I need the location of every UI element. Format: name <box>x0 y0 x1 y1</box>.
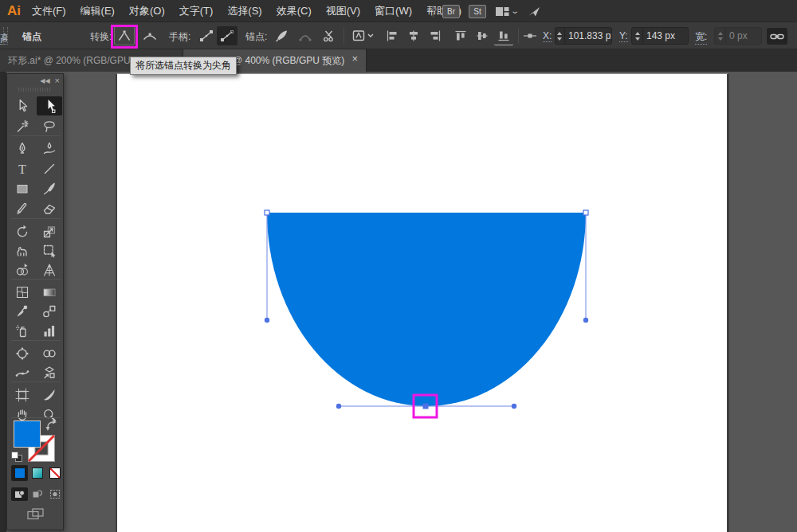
tool-shape-builder[interactable] <box>10 260 35 280</box>
svg-text:T: T <box>18 162 26 176</box>
show-handles-button[interactable] <box>196 26 217 45</box>
draw-normal-button[interactable] <box>11 487 28 501</box>
share-rocket-icon[interactable] <box>527 5 541 18</box>
tool-pen[interactable] <box>10 139 35 158</box>
draw-normal-icon <box>14 489 26 499</box>
close-tab-icon[interactable]: × <box>351 53 358 64</box>
tool-rotate[interactable] <box>10 222 35 241</box>
x-field[interactable]: 101.833 px <box>555 27 612 45</box>
tool-artboard[interactable] <box>10 385 35 405</box>
draw-inside-button[interactable] <box>46 487 63 501</box>
tool-width[interactable] <box>10 363 35 382</box>
artboard[interactable] <box>116 73 729 532</box>
tool-magic-wand[interactable] <box>10 117 35 136</box>
tool-gradient[interactable] <box>37 283 62 302</box>
perspective-grid-tool-icon <box>41 262 57 278</box>
swap-fill-stroke-icon[interactable] <box>45 420 58 431</box>
tool-puppet-warp[interactable] <box>10 241 35 260</box>
gradient-button[interactable] <box>29 465 45 481</box>
tool-curvature[interactable] <box>37 139 62 158</box>
tool-live-paint-bucket[interactable] <box>10 344 35 363</box>
x-field-label[interactable]: X: <box>543 30 552 42</box>
y-value[interactable]: 143 px <box>643 28 678 44</box>
controlbar-divider-1 <box>344 28 344 44</box>
tool-direct-selection[interactable] <box>37 96 62 115</box>
y-field-label[interactable]: Y: <box>619 30 628 42</box>
height-field-label[interactable]: 高 <box>0 33 7 45</box>
tool-selection[interactable] <box>10 96 35 115</box>
align-v-center-icon <box>476 29 489 42</box>
change-screen-mode-button[interactable] <box>26 507 45 521</box>
bridge-badge[interactable]: Br <box>442 5 460 18</box>
menu-select[interactable]: 选择(S) <box>227 4 261 18</box>
app-logo[interactable]: Ai <box>7 3 21 19</box>
blend-tool-icon <box>41 303 57 319</box>
align-top-button[interactable] <box>451 26 470 45</box>
stock-badge[interactable]: St <box>469 5 486 18</box>
tool-slice[interactable] <box>37 385 62 405</box>
tool-paintbrush[interactable] <box>37 179 62 198</box>
align-right-button[interactable] <box>426 26 445 45</box>
hide-handles-button[interactable] <box>217 26 238 45</box>
workspace-switcher-button[interactable]: ⌄ <box>495 6 518 17</box>
width-field-label[interactable]: 宽: <box>695 30 707 45</box>
free-transform-tool-icon <box>41 243 57 259</box>
tool-eraser[interactable] <box>37 199 62 218</box>
convert-to-smooth-button[interactable] <box>139 26 160 45</box>
handles-label: 手柄: <box>169 30 190 44</box>
close-panel-icon[interactable]: × <box>55 76 60 85</box>
curvature-tool-icon <box>41 141 57 157</box>
menu-type[interactable]: 文字(T) <box>179 4 214 18</box>
color-button[interactable] <box>11 465 28 481</box>
align-h-center-button[interactable] <box>404 26 423 45</box>
y-stepper[interactable] <box>632 28 643 44</box>
align-v-center-button[interactable] <box>473 26 492 45</box>
workspace: ◀◀ × <box>0 72 797 532</box>
menu-window[interactable]: 窗口(W) <box>375 4 412 18</box>
tool-eyedropper[interactable] <box>10 302 35 321</box>
menu-view[interactable]: 视图(V) <box>326 4 360 18</box>
tool-type[interactable]: T <box>10 159 35 178</box>
tool-mesh[interactable] <box>10 283 35 302</box>
menu-edit[interactable]: 编辑(E) <box>80 4 115 18</box>
tool-rectangle[interactable] <box>10 179 35 198</box>
tool-line-segment[interactable] <box>37 159 62 178</box>
draw-behind-button[interactable] <box>29 487 45 501</box>
document-tab-bar: 环形.ai* @ 200% (RGB/GPU 预览) @ 400% (RGB/G… <box>0 49 797 72</box>
tool-perspective-grid[interactable] <box>37 260 62 280</box>
controlbar-divider-2 <box>518 28 519 44</box>
tool-live-paint-selection[interactable] <box>37 344 62 363</box>
cut-path-button[interactable] <box>319 26 340 45</box>
collapse-panel-icon[interactable]: ◀◀ <box>40 77 49 84</box>
rotate-tool-icon <box>14 224 30 240</box>
tool-column-graph[interactable] <box>37 322 62 341</box>
menu-object[interactable]: 对象(O) <box>129 4 165 18</box>
menu-effect[interactable]: 效果(C) <box>277 4 312 18</box>
tool-free-transform[interactable] <box>37 241 62 260</box>
remove-anchor-button[interactable] <box>271 26 292 45</box>
constrain-proportions-button[interactable] <box>767 28 787 45</box>
dock-strip <box>0 72 6 532</box>
reference-point-icon <box>523 31 537 41</box>
reference-point-button[interactable] <box>521 26 539 45</box>
menu-file[interactable]: 文件(F) <box>32 4 66 18</box>
tool-perspective-selection[interactable] <box>37 363 62 382</box>
tool-symbol-sprayer[interactable] <box>10 322 35 341</box>
none-button[interactable] <box>46 465 63 481</box>
default-fill-stroke-icon[interactable] <box>11 452 24 463</box>
fill-swatch[interactable] <box>14 421 41 448</box>
tool-pencil[interactable] <box>10 199 35 218</box>
y-field[interactable]: 143 px <box>631 27 689 45</box>
x-value[interactable]: 101.833 px <box>565 28 611 44</box>
align-bottom-button[interactable] <box>494 26 513 45</box>
x-stepper[interactable] <box>556 28 565 44</box>
tool-scale[interactable] <box>37 222 62 241</box>
panel-grip[interactable] <box>18 88 52 92</box>
connect-endpoints-button[interactable] <box>295 26 316 45</box>
workspace-grid-icon <box>495 6 509 17</box>
isolate-selected-object-button[interactable] <box>349 26 378 45</box>
align-left-button[interactable] <box>383 26 402 45</box>
tool-blend[interactable] <box>37 302 62 321</box>
none-fill-icon <box>49 467 61 479</box>
tool-lasso[interactable] <box>37 117 62 136</box>
